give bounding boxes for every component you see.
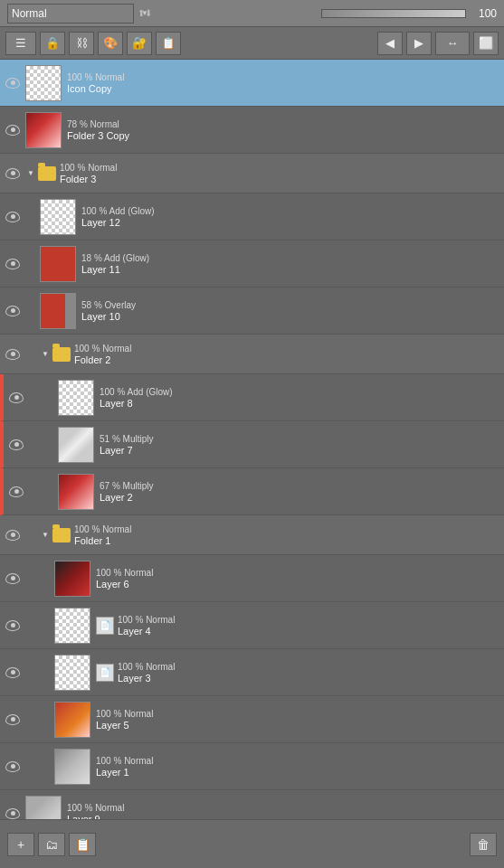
- folder-blend: 100 % Normal: [60, 163, 504, 173]
- visibility-toggle[interactable]: [4, 439, 29, 450]
- layer-thumbnail: [25, 65, 62, 101]
- layer-blend: 100 % Add (Glow): [81, 206, 504, 216]
- layer-name: Layer 2: [100, 492, 504, 503]
- layer-row[interactable]: 58 % Overlay Layer 10: [0, 288, 504, 335]
- visibility-toggle[interactable]: [0, 530, 25, 541]
- copy-icon: 📋: [161, 36, 176, 50]
- layer-thumbnail: [58, 427, 94, 463]
- layer-name: Layer 9: [67, 814, 504, 820]
- delete-icon: 🗑: [477, 837, 490, 852]
- layer-blend: 100 % Normal: [96, 709, 504, 719]
- layer-thumbnail: [54, 561, 90, 597]
- eye-icon: [5, 530, 20, 541]
- visibility-toggle[interactable]: [0, 212, 25, 222]
- visibility-toggle[interactable]: [0, 125, 25, 136]
- top-bar: Normal Multiply Add (Glow) Overlay ⬆⬇ 10…: [0, 0, 504, 27]
- layer-info: 100 % Normal Layer 4: [118, 615, 504, 637]
- layer-row[interactable]: 100 % Add (Glow) Layer 12: [0, 193, 504, 241]
- visibility-toggle[interactable]: [0, 306, 25, 316]
- eye-icon: [5, 259, 20, 269]
- visibility-toggle[interactable]: [0, 349, 25, 360]
- folder-row[interactable]: 100 % Normal Folder 1: [0, 515, 504, 555]
- layer-info: 100 % Normal Icon Copy: [67, 72, 504, 94]
- duplicate-btn[interactable]: 📋: [69, 833, 96, 856]
- eye-icon: [5, 573, 20, 584]
- eye-icon: [5, 168, 20, 179]
- add-folder-btn[interactable]: 🗂: [38, 833, 65, 856]
- arrow-both-btn[interactable]: ↔: [435, 32, 470, 55]
- layer-blend: 100 % Normal: [118, 662, 504, 672]
- eye-icon: [5, 306, 20, 316]
- blend-mode-wrapper[interactable]: Normal Multiply Add (Glow) Overlay ⬆⬇: [7, 4, 152, 24]
- lock2-icon: 🔐: [132, 36, 147, 50]
- folder-collapse-icon[interactable]: [40, 530, 51, 541]
- folder-blend: 100 % Normal: [74, 344, 504, 354]
- visibility-toggle[interactable]: [4, 392, 29, 403]
- folder-collapse-icon[interactable]: [25, 168, 36, 179]
- arrow-right-btn[interactable]: ▶: [406, 32, 432, 55]
- layer-blend: 100 % Add (Glow): [100, 387, 504, 397]
- layers-container[interactable]: 100 % Normal Icon Copy 78 % Normal Folde…: [0, 60, 504, 819]
- layer-blend: 58 % Overlay: [81, 300, 504, 310]
- layer-row[interactable]: 100 % Normal Icon Copy: [0, 60, 504, 107]
- lock2-btn[interactable]: 🔐: [127, 32, 152, 55]
- delete-btn[interactable]: 🗑: [470, 833, 497, 856]
- arrow-left-btn[interactable]: ◀: [377, 32, 403, 55]
- blend-mode-select[interactable]: Normal Multiply Add (Glow) Overlay: [7, 4, 134, 24]
- layer-row[interactable]: 100 % Normal Layer 5: [0, 696, 504, 743]
- layer-blend: 78 % Normal: [67, 119, 504, 129]
- layer-info: 18 % Add (Glow) Layer 11: [81, 253, 504, 275]
- visibility-toggle[interactable]: [0, 620, 25, 631]
- layer-info: 100 % Normal Layer 5: [96, 709, 504, 731]
- eye-icon: [5, 620, 20, 631]
- layer-name: Folder 3 Copy: [67, 130, 504, 141]
- eye-icon: [5, 714, 20, 725]
- layer-row[interactable]: 100 % Normal Layer 6: [0, 555, 504, 602]
- chain-icon: ⛓: [76, 36, 88, 50]
- chain-btn[interactable]: ⛓: [69, 32, 94, 55]
- canvas-btn[interactable]: ⬜: [473, 32, 499, 55]
- lock-btn[interactable]: 🔒: [40, 32, 65, 55]
- opacity-value: 100: [470, 7, 497, 20]
- layer-row[interactable]: 100 % Normal Layer 9: [0, 790, 504, 819]
- folder-row[interactable]: 100 % Normal Folder 2: [0, 335, 504, 374]
- layer-info: 100 % Normal Layer 9: [67, 803, 504, 820]
- new-layer-btn[interactable]: ☰: [5, 32, 36, 55]
- copy-btn[interactable]: 📋: [156, 32, 181, 55]
- layer-row[interactable]: 📄 100 % Normal Layer 4: [0, 602, 504, 649]
- eye-icon: [9, 392, 24, 403]
- visibility-toggle[interactable]: [0, 761, 25, 772]
- folder-icon: [52, 528, 71, 542]
- layer-name: Layer 3: [118, 673, 504, 684]
- visibility-toggle[interactable]: [0, 259, 25, 269]
- layer-blend: 67 % Multiply: [100, 481, 504, 491]
- add-layer-btn[interactable]: +: [7, 833, 34, 856]
- layer-row[interactable]: 67 % Multiply Layer 2: [0, 468, 504, 515]
- visibility-toggle[interactable]: [0, 78, 25, 89]
- opacity-bar[interactable]: [321, 9, 466, 18]
- visibility-toggle[interactable]: [0, 808, 25, 819]
- folder-info: 100 % Normal Folder 2: [74, 344, 504, 365]
- layer-info: 67 % Multiply Layer 2: [100, 481, 504, 503]
- layer-name: Layer 7: [100, 445, 504, 456]
- visibility-toggle[interactable]: [0, 573, 25, 584]
- arrow-both-icon: ↔: [447, 36, 459, 50]
- layer-row[interactable]: 78 % Normal Folder 3 Copy: [0, 107, 504, 154]
- visibility-toggle[interactable]: [0, 168, 25, 179]
- visibility-toggle[interactable]: [4, 486, 29, 497]
- folder-name: Folder 1: [74, 535, 504, 546]
- visibility-toggle[interactable]: [0, 667, 25, 678]
- layer-row[interactable]: 51 % Multiply Layer 7: [0, 421, 504, 468]
- folder-icon: [52, 347, 71, 362]
- layer-name: Layer 4: [118, 626, 504, 637]
- layer-row[interactable]: 100 % Normal Layer 1: [0, 743, 504, 790]
- eye-icon: [5, 212, 20, 222]
- layer-row[interactable]: 100 % Add (Glow) Layer 8: [0, 374, 504, 421]
- color-btn[interactable]: 🎨: [98, 32, 123, 55]
- visibility-toggle[interactable]: [0, 714, 25, 725]
- folder-collapse-icon[interactable]: [40, 349, 51, 360]
- layer-row[interactable]: 📄 100 % Normal Layer 3: [0, 649, 504, 696]
- layer-row[interactable]: 18 % Add (Glow) Layer 11: [0, 241, 504, 288]
- folder-row[interactable]: 100 % Normal Folder 3: [0, 154, 504, 193]
- layer-name: Layer 10: [81, 311, 504, 322]
